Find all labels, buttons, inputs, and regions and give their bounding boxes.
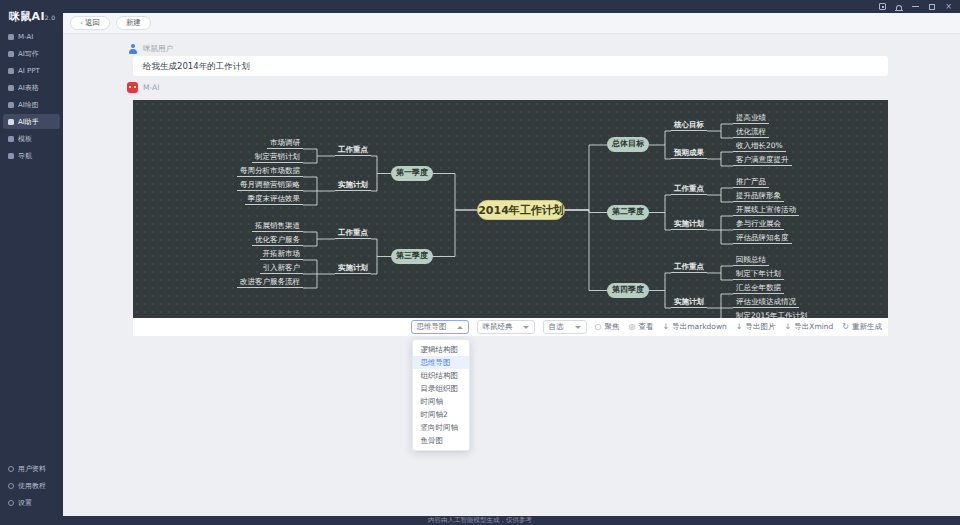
- sidebar-menu: M-AIAI写作AI PPTAI表格AI绘图AI助手模板导航: [0, 27, 63, 165]
- sidebar-item-label: AI绘图: [18, 100, 39, 110]
- chevron-down-icon: [523, 326, 529, 329]
- export-xmind-button[interactable]: ↓导出Xmind: [785, 322, 834, 332]
- sidebar-item-label: 用户资料: [18, 464, 46, 474]
- bell-icon[interactable]: [896, 4, 902, 10]
- mindmap-sub-node: 工作重点: [335, 144, 371, 156]
- sidebar-item-tutorial[interactable]: 使用教程: [3, 479, 60, 493]
- eye-icon: ◎: [629, 323, 636, 331]
- ai-assistant-icon: [8, 119, 14, 125]
- refresh-icon: ↻: [842, 323, 849, 331]
- mindmap-sub-node: 核心目标: [671, 119, 707, 131]
- ai-avatar-icon: [127, 82, 138, 93]
- sidebar-footer: 用户资料使用教程设置: [0, 459, 63, 513]
- mindmap-branch-node: 总体目标: [607, 137, 649, 152]
- chevron-up-icon: [457, 326, 463, 329]
- ai-writing-icon: [8, 51, 14, 57]
- mindmap-sub-node: 预期成果: [671, 147, 707, 159]
- mindmap-branch-node: 第四季度: [607, 283, 649, 298]
- mindmap-leaf-node: 开拓新市场: [260, 248, 304, 260]
- toolbar-button-label: 聚焦: [605, 322, 620, 332]
- type-menu-item[interactable]: 思维导图: [413, 356, 469, 369]
- user-message: 给我生成2014年的工作计划: [133, 56, 888, 76]
- sidebar-item-label: 模板: [18, 134, 32, 144]
- download-icon: ↓: [663, 323, 670, 331]
- mindmap-leaf-node: 推广产品: [733, 176, 769, 188]
- mindmap-canvas[interactable]: 第一季度工作重点市场调研制定营销计划实施计划每周分析市场数据每月调整营销策略季度…: [133, 100, 888, 318]
- mindmap-leaf-node: 评估品牌知名度: [733, 232, 792, 244]
- ai-name: M-AI: [143, 83, 159, 92]
- color-select[interactable]: 自选: [543, 320, 587, 334]
- sidebar-item-ai-assistant[interactable]: AI助手: [3, 114, 60, 129]
- theme-select[interactable]: 咪鼠经典: [477, 320, 535, 334]
- circle-icon: ○: [595, 323, 602, 331]
- mindmap-sub-node: 实施计划: [671, 218, 707, 230]
- sidebar-item-label: M-AI: [18, 33, 33, 41]
- user-avatar-icon: [127, 43, 138, 54]
- back-button[interactable]: ‹返回: [70, 16, 110, 30]
- mindmap-leaf-node: 制定营销计划: [252, 151, 303, 163]
- user-row: 咪鼠用户: [127, 43, 173, 54]
- titlebar: ×: [0, 0, 960, 13]
- type-menu-item[interactable]: 时间轴: [413, 395, 469, 408]
- sidebar-item-label: 设置: [18, 498, 32, 508]
- toolbar-button-label: 导出Xmind: [794, 322, 833, 332]
- download-icon: ↓: [736, 323, 743, 331]
- mindmap-sub-node: 工作重点: [671, 183, 707, 195]
- mindmap-leaf-node: 制定2015年工作计划: [733, 310, 811, 318]
- sidebar-item-navigation[interactable]: 导航: [3, 148, 60, 163]
- ai-drawing-icon: [8, 102, 14, 108]
- toolbar-button-label: 导出图片: [746, 322, 776, 332]
- diagram-type-select[interactable]: 思维导图 逻辑结构图思维导图组织结构图目录组织图时间轴时间轴2竖向时间轴鱼骨图: [411, 320, 469, 334]
- focus-button[interactable]: ○聚焦: [595, 322, 620, 332]
- sidebar-item-ai-ppt[interactable]: AI PPT: [3, 63, 60, 78]
- mindmap-toolbar: 思维导图 逻辑结构图思维导图组织结构图目录组织图时间轴时间轴2竖向时间轴鱼骨图 …: [133, 318, 888, 336]
- export-markdown-button[interactable]: ↓导出markdown: [663, 322, 727, 332]
- maximize-icon[interactable]: [929, 4, 935, 10]
- type-menu-item[interactable]: 鱼骨图: [413, 434, 469, 447]
- mindmap-leaf-node: 拓展销售渠道: [252, 220, 303, 232]
- mindmap-leaf-node: 季度末评估效果: [245, 193, 304, 205]
- statusbar: 内容由人工智能模型生成，仅供参考: [0, 516, 960, 525]
- tutorial-icon: [8, 483, 14, 489]
- type-menu-item[interactable]: 逻辑结构图: [413, 343, 469, 356]
- sidebar-item-settings[interactable]: 设置: [3, 496, 60, 510]
- sidebar-item-templates[interactable]: 模板: [3, 131, 60, 146]
- export-image-button[interactable]: ↓导出图片: [736, 322, 776, 332]
- type-menu-item[interactable]: 时间轴2: [413, 408, 469, 421]
- mindmap-leaf-node: 参与行业展会: [733, 218, 784, 230]
- mindmap-leaf-node: 优化客户服务: [252, 234, 303, 246]
- sidebar-item-ai-table[interactable]: AI表格: [3, 80, 60, 95]
- sidebar-item-user-profile[interactable]: 用户资料: [3, 462, 60, 476]
- mindmap-sub-node: 工作重点: [671, 261, 707, 273]
- sidebar-item-m-ai[interactable]: M-AI: [3, 29, 60, 44]
- templates-icon: [8, 136, 14, 142]
- ai-ppt-icon: [8, 68, 14, 74]
- toolbar-buttons: ○聚焦◎查看↓导出markdown↓导出图片↓导出Xmind↻重新生成: [595, 322, 882, 332]
- mindmap-leaf-node: 提高业绩: [733, 112, 769, 124]
- regenerate-button[interactable]: ↻重新生成: [842, 322, 882, 332]
- mindmap-sub-node: 实施计划: [335, 179, 371, 191]
- skin-icon[interactable]: [879, 3, 886, 10]
- sidebar-item-label: AI写作: [18, 49, 39, 59]
- new-button[interactable]: 新建: [116, 16, 151, 30]
- close-icon[interactable]: ×: [945, 2, 952, 11]
- mindmap-leaf-node: 引入新客户: [260, 262, 304, 274]
- mindmap-leaf-node: 客户满意度提升: [733, 154, 792, 166]
- tabbar: ‹返回 新建: [63, 13, 960, 34]
- sidebar-item-label: 使用教程: [18, 481, 46, 491]
- sidebar-item-label: AI助手: [18, 117, 39, 127]
- mindmap-leaf-node: 优化流程: [733, 126, 769, 138]
- mindmap-branch-node: 第三季度: [391, 249, 433, 264]
- type-menu-item[interactable]: 组织结构图: [413, 369, 469, 382]
- minimize-icon[interactable]: [912, 6, 919, 7]
- toolbar-button-label: 重新生成: [852, 322, 882, 332]
- view-button[interactable]: ◎查看: [629, 322, 654, 332]
- type-menu-item[interactable]: 竖向时间轴: [413, 421, 469, 434]
- mindmap-leaf-node: 汇总全年数据: [733, 282, 784, 294]
- ai-row: M-AI: [127, 82, 159, 93]
- diagram-type-menu: 逻辑结构图思维导图组织结构图目录组织图时间轴时间轴2竖向时间轴鱼骨图: [412, 339, 470, 451]
- sidebar-item-ai-writing[interactable]: AI写作: [3, 46, 60, 61]
- sidebar-item-ai-drawing[interactable]: AI绘图: [3, 97, 60, 112]
- sidebar-item-label: AI表格: [18, 83, 39, 93]
- type-menu-item[interactable]: 目录组织图: [413, 382, 469, 395]
